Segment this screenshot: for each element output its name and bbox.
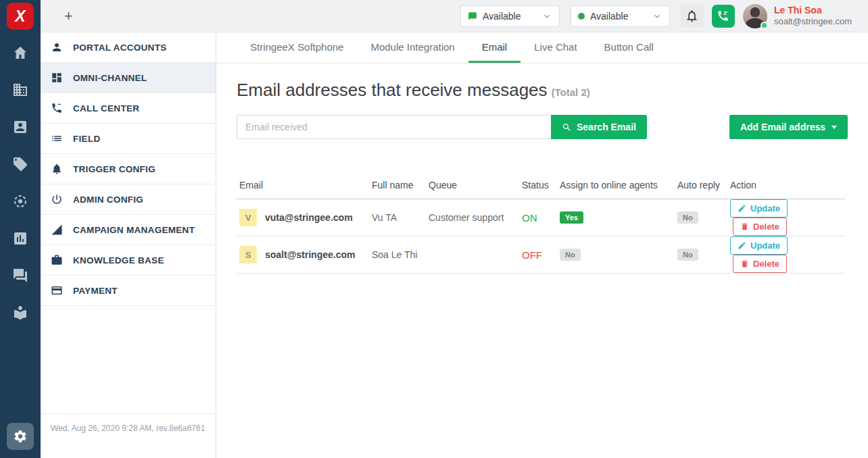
user-email: soalt@stringee.com: [774, 16, 852, 27]
power-icon: [51, 193, 63, 205]
chat-bubble-icon: [468, 11, 477, 21]
bell-icon: [685, 9, 699, 23]
auto-reply-badge: No: [677, 249, 698, 261]
table-row: V vuta@stringee.com Vu TA Customer suppo…: [237, 199, 845, 236]
queue-cell: Customer support: [426, 199, 519, 236]
bell-icon: [51, 163, 63, 175]
update-button[interactable]: Update: [730, 236, 788, 255]
col-full-name: Full name: [369, 174, 426, 199]
tab-bar: StringeeX Softphone Module Integration E…: [216, 32, 868, 63]
rail-nav: [12, 45, 28, 321]
update-button-label: Update: [750, 240, 780, 251]
table-header-row: Email Full name Queue Status Assign to o…: [237, 174, 845, 199]
status-cell: OFF: [519, 236, 557, 274]
tab-module-integration[interactable]: Module Integration: [357, 32, 468, 63]
tracking-icon[interactable]: [12, 193, 28, 209]
search-icon: [562, 122, 572, 132]
sidebar-item-label: ADMIN CONFIG: [73, 195, 143, 205]
sidebar-item-label: FIELD: [73, 134, 101, 144]
sidebar-item-label: KNOWLEDGE BASE: [73, 255, 164, 265]
topbar: + Available Available: [41, 0, 868, 32]
auto-reply-badge: No: [677, 211, 698, 224]
reports-icon[interactable]: [12, 230, 28, 247]
credit-card-icon: [51, 284, 63, 297]
search-group: Search Email: [237, 115, 647, 139]
full-name-cell: Soa Le Thi: [369, 236, 426, 274]
tag-icon[interactable]: [12, 156, 28, 172]
col-action: Action: [727, 174, 845, 199]
email-initial-avatar: S: [239, 246, 257, 263]
gear-icon: [13, 429, 28, 444]
email-search-input[interactable]: [237, 115, 551, 139]
queue-cell: [426, 236, 519, 274]
chat-icon[interactable]: [12, 268, 28, 284]
email-table-wrap: Email Full name Queue Status Assign to o…: [237, 174, 848, 274]
search-button-label: Search Email: [577, 122, 636, 132]
col-auto-reply: Auto reply: [675, 174, 727, 199]
sidebar-item-call-center[interactable]: CALL CENTER: [41, 93, 216, 124]
email-cell: vuta@stringee.com: [265, 212, 353, 223]
sidebar-item-label: PAYMENT: [73, 286, 118, 296]
email-cell: soalt@stringee.com: [265, 249, 355, 260]
sidebar-item-label: PORTAL ACCOUNTS: [73, 43, 167, 53]
email-table: Email Full name Queue Status Assign to o…: [237, 174, 845, 274]
sidebar-item-trigger-config[interactable]: TRIGGER CONFIG: [41, 154, 216, 184]
sidebar-item-portal-accounts[interactable]: PORTAL ACCOUNTS: [41, 32, 216, 63]
tab-email[interactable]: Email: [468, 32, 521, 63]
user-avatar[interactable]: [743, 4, 767, 28]
table-row: S soalt@stringee.com Soa Le Thi OFF No N…: [237, 236, 845, 274]
sidebar-item-campaign-management[interactable]: CAMPAIGN MANAGEMENT: [41, 215, 216, 245]
delete-button-label: Delete: [753, 222, 779, 232]
sidebar-item-label: OMNI-CHANNEL: [73, 73, 147, 83]
page-title: Email addresses that receive messages(To…: [237, 80, 848, 101]
pencil-icon: [738, 204, 746, 213]
assign-badge: No: [560, 249, 581, 261]
green-dot-icon: [578, 13, 585, 20]
trash-icon: [740, 259, 749, 268]
sidebar-item-admin-config[interactable]: ADMIN CONFIG: [41, 184, 216, 215]
tab-stringeex-softphone[interactable]: StringeeX Softphone: [237, 32, 357, 63]
contacts-icon[interactable]: [12, 119, 28, 135]
phone-icon: [51, 102, 63, 114]
notifications-button[interactable]: [681, 5, 704, 28]
chat-status-label: Available: [483, 11, 521, 22]
tab-button-call[interactable]: Button Call: [591, 32, 667, 63]
call-status-dropdown[interactable]: Available: [571, 5, 670, 27]
trash-icon: [740, 222, 749, 231]
sidebar-item-label: TRIGGER CONFIG: [73, 164, 155, 174]
add-email-address-button[interactable]: Add Email address: [729, 115, 848, 139]
delete-button[interactable]: Delete: [733, 255, 787, 273]
col-queue: Queue: [426, 174, 519, 199]
content: StringeeX Softphone Module Integration E…: [216, 32, 868, 458]
new-tab-plus-icon[interactable]: +: [64, 9, 73, 24]
settings-gear-button[interactable]: [7, 423, 34, 450]
build-info: Wed, Aug 26, 2020 9:28 AM, rev.8e6a6761: [41, 413, 216, 458]
update-button-label: Update: [750, 203, 780, 213]
total-count: (Total 2): [552, 86, 590, 98]
page-title-text: Email addresses that receive messages: [237, 80, 548, 100]
sidebar-item-knowledge-base[interactable]: KNOWLEDGE BASE: [41, 245, 216, 276]
tab-live-chat[interactable]: Live Chat: [521, 32, 590, 63]
softphone-button[interactable]: [712, 5, 735, 28]
stringeex-logo[interactable]: X: [7, 3, 34, 30]
user-name: Le Thi Soa: [774, 5, 852, 17]
search-email-button[interactable]: Search Email: [551, 115, 647, 139]
delete-button[interactable]: Delete: [733, 218, 787, 236]
col-email: Email: [237, 174, 369, 199]
phone-icon: [717, 9, 729, 22]
user-info[interactable]: Le Thi Soa soalt@stringee.com: [774, 5, 852, 28]
list-icon: [51, 132, 63, 145]
call-status-label: Available: [590, 11, 629, 22]
knowledge-icon[interactable]: [12, 305, 28, 321]
chat-status-dropdown[interactable]: Available: [460, 5, 560, 27]
grid-icon: [51, 72, 63, 84]
sidebar-item-field[interactable]: FIELD: [41, 124, 216, 154]
update-button[interactable]: Update: [730, 199, 788, 218]
col-status: Status: [519, 174, 557, 199]
organization-icon[interactable]: [12, 82, 28, 98]
online-status-dot: [761, 22, 768, 29]
sidebar-item-payment[interactable]: PAYMENT: [41, 276, 216, 306]
home-icon[interactable]: [12, 45, 28, 61]
col-assign: Assign to online agents: [557, 174, 675, 199]
sidebar-item-omni-channel[interactable]: OMNI-CHANNEL: [41, 63, 216, 93]
